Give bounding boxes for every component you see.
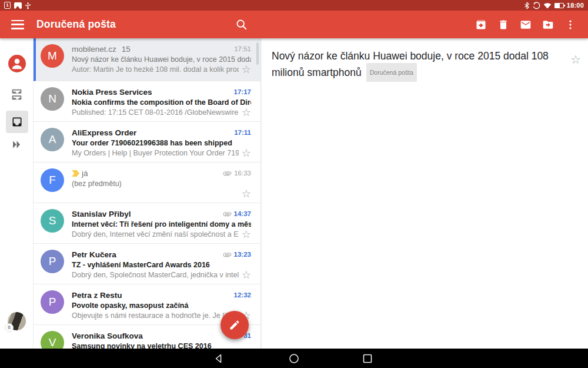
- email-time: 17:11: [234, 129, 251, 136]
- list-scrollbar[interactable]: [256, 42, 259, 65]
- sender-avatar[interactable]: V: [41, 331, 64, 349]
- email-time: 14:37: [234, 210, 251, 217]
- sender-avatar[interactable]: P: [41, 290, 64, 314]
- email-snippet: My Orders | Help | Buyer Protection Your…: [72, 148, 239, 159]
- menu-icon[interactable]: [11, 20, 24, 29]
- double-arrow-icon: [11, 140, 22, 150]
- email-row-text: mobilenet.cz1517:51Nový názor ke článku …: [72, 44, 251, 81]
- secondary-account-avatar[interactable]: 8: [0, 312, 34, 330]
- email-subject-heading: Nový názor ke článku Huawei boduje, v ro…: [272, 48, 569, 83]
- compose-pencil-icon: [229, 319, 240, 331]
- star-icon[interactable]: ☆: [242, 230, 251, 238]
- sender-name: Stanislav Přibyl: [72, 210, 219, 218]
- bluetooth-icon: [524, 2, 530, 9]
- email-row-text: Petr Kučera13:23TZ - vyhlášení MasterCar…: [72, 249, 251, 284]
- accounts-sidebar: 8: [0, 38, 34, 349]
- sender-name: AliExpress Order: [72, 128, 230, 137]
- sidebar-item-inbox[interactable]: [0, 111, 34, 133]
- selected-item-background: [6, 111, 28, 133]
- sidebar-item-expand[interactable]: [0, 140, 34, 150]
- compose-button[interactable]: [220, 311, 249, 339]
- mark-unread-icon[interactable]: [519, 18, 532, 31]
- sender-name: Petr Kučera: [72, 250, 219, 259]
- attachment-icon: [223, 210, 232, 218]
- star-icon[interactable]: ☆: [242, 108, 251, 117]
- delete-icon[interactable]: [497, 18, 509, 31]
- inbox-label-chip: Doručená pošta: [366, 63, 417, 82]
- screenshot-icon: [14, 2, 22, 9]
- archive-icon[interactable]: [475, 18, 487, 31]
- email-row[interactable]: PPetr Kučera13:23TZ - vyhlášení MasterCa…: [34, 244, 260, 284]
- unread-count-badge: 8: [5, 323, 14, 332]
- email-row[interactable]: Mmobilenet.cz1517:51Nový názor ke článku…: [34, 38, 260, 81]
- status-bar: 1 18:00: [0, 0, 588, 11]
- app-bar-actions: [475, 11, 576, 38]
- home-icon[interactable]: [276, 349, 312, 368]
- sender-avatar[interactable]: M: [41, 44, 64, 68]
- email-row-text: AliExpress Order17:11Your order 71906021…: [72, 127, 251, 162]
- email-subject: Nokia confirms the composition of the Bo…: [72, 98, 251, 108]
- status-bar-system: 18:00: [524, 2, 584, 9]
- sim-alert-icon: 1: [4, 2, 11, 9]
- star-icon[interactable]: ☆: [570, 52, 581, 67]
- recents-icon[interactable]: [350, 349, 385, 368]
- email-list: Mmobilenet.cz1517:51Nový názor ke článku…: [34, 38, 260, 349]
- thread-count: 15: [122, 45, 131, 54]
- email-time: 17:51: [234, 45, 251, 52]
- page-title: Doručená pošta: [36, 18, 116, 31]
- attachment-icon: [223, 250, 232, 259]
- sender-name: Veronika Soufkova: [72, 331, 229, 340]
- attachment-icon: [223, 169, 232, 178]
- email-subject: Nový názor ke článku Huawei boduje, v ro…: [72, 55, 251, 65]
- sender-name: Nokia Press Services: [72, 88, 230, 97]
- star-icon[interactable]: ☆: [242, 270, 251, 279]
- email-row-text: já16:33(bez předmětu)☆: [72, 168, 251, 203]
- avatar: 8: [8, 312, 26, 330]
- back-icon[interactable]: [201, 349, 236, 368]
- email-time: 17:17: [234, 88, 251, 95]
- email-row-text: Stanislav Přibyl14:37Internet věcí: Tři …: [72, 208, 251, 243]
- email-subject: Internet věcí: Tři řešení pro inteligent…: [72, 220, 251, 230]
- email-snippet: Dobrý den, Společnost MasterCard, jednič…: [72, 270, 239, 281]
- inbox-icon: [11, 116, 23, 128]
- star-icon[interactable]: ☆: [242, 148, 251, 157]
- sender-avatar[interactable]: A: [41, 128, 64, 151]
- email-row[interactable]: Fjá16:33(bez předmětu)☆: [34, 163, 260, 203]
- email-row-text: Nokia Press Services17:17Nokia confirms …: [72, 87, 251, 121]
- email-subject: Your order 71906021996388 has been shipp…: [72, 138, 251, 148]
- email-row[interactable]: NNokia Press Services17:17Nokia confirms…: [34, 81, 260, 122]
- email-snippet: Autor: Martin Je to hezké 108 mil. dodal…: [72, 65, 239, 75]
- star-icon[interactable]: ☆: [242, 189, 251, 198]
- email-row[interactable]: AAliExpress Order17:11Your order 7190602…: [34, 122, 260, 163]
- overflow-menu-icon[interactable]: [564, 18, 576, 31]
- email-time: 16:33: [234, 170, 251, 177]
- sender-name: Petra z Restu: [72, 291, 230, 300]
- email-row[interactable]: SStanislav Přibyl14:37Internet věcí: Tři…: [34, 203, 260, 244]
- search-icon[interactable]: [235, 18, 248, 31]
- pane-divider: [260, 38, 261, 349]
- email-snippet: Published: 17:15 CET 08-01-2016 /GlobeNe…: [72, 108, 239, 118]
- email-snippet: Objevujte s námi restaurace a hodnoťte j…: [72, 311, 239, 321]
- email-time: 13:23: [234, 251, 251, 258]
- star-icon[interactable]: ☆: [242, 65, 251, 74]
- sidebar-item-all-inboxes[interactable]: [0, 88, 34, 101]
- sender-name: já: [72, 169, 219, 178]
- data-saver-icon: [533, 2, 540, 9]
- sender-avatar[interactable]: S: [41, 209, 64, 233]
- email-time: 12:32: [234, 291, 251, 299]
- sender-avatar[interactable]: P: [41, 250, 64, 273]
- move-to-icon[interactable]: [542, 18, 554, 31]
- sender-avatar[interactable]: N: [41, 87, 64, 111]
- email-subject: Samsung novinky na veletrhu CES 2016: [72, 342, 251, 349]
- email-subject: (bez předmětu): [72, 179, 251, 189]
- importance-marker-icon: [72, 170, 79, 177]
- email-snippet: Dobrý den, Internet věcí změní naší spol…: [72, 230, 239, 240]
- sender-avatar[interactable]: F: [41, 168, 64, 192]
- account-avatar-button[interactable]: [0, 55, 34, 72]
- reading-pane: Nový názor ke článku Huawei boduje, v ro…: [261, 38, 588, 349]
- email-snippet: [72, 189, 239, 200]
- battery-icon: [554, 3, 564, 8]
- wifi-icon: [543, 2, 552, 9]
- android-nav-bar: [0, 349, 588, 368]
- all-inboxes-icon: [11, 88, 23, 101]
